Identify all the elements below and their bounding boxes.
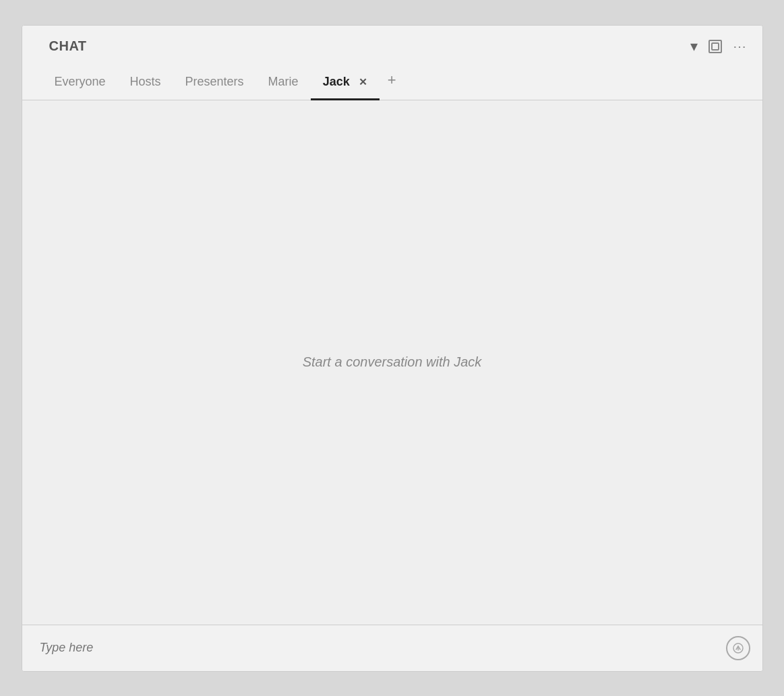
tabs-bar: Everyone Hosts Presenters Marie Jack ✕ +	[22, 65, 762, 100]
send-button[interactable]	[726, 636, 750, 660]
chevron-down-icon[interactable]: ▾	[690, 38, 698, 55]
tab-jack[interactable]: Jack ✕	[311, 68, 380, 100]
expand-icon[interactable]	[707, 38, 723, 55]
tab-presenters[interactable]: Presenters	[173, 68, 256, 100]
chat-body: Start a conversation with Jack	[22, 100, 762, 625]
svg-rect-1	[712, 43, 719, 50]
tab-close-jack[interactable]: ✕	[359, 76, 367, 88]
tab-everyone[interactable]: Everyone	[42, 68, 118, 100]
chat-input[interactable]	[40, 641, 726, 655]
add-tab-button[interactable]: +	[380, 65, 404, 100]
chat-title: CHAT	[49, 38, 87, 54]
chat-input-bar	[22, 625, 762, 671]
tab-hosts[interactable]: Hosts	[118, 68, 173, 100]
chat-window: CHAT ▾ ⋯ Everyone Hosts Presenters Marie	[22, 25, 763, 672]
empty-conversation-message: Start a conversation with Jack	[303, 354, 482, 370]
header-controls: ▾ ⋯	[690, 38, 748, 55]
more-options-icon[interactable]: ⋯	[733, 38, 748, 55]
send-icon	[733, 643, 744, 654]
chat-header: CHAT ▾ ⋯	[22, 26, 762, 65]
tab-marie[interactable]: Marie	[256, 68, 311, 100]
